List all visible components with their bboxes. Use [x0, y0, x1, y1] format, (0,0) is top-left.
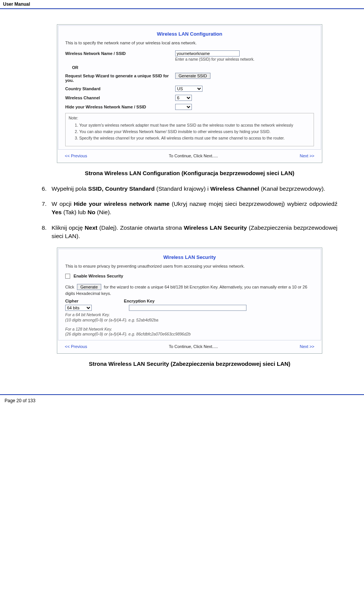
ssid-hint: Enter a name (SSID) for your wireless ne…	[175, 57, 314, 61]
header-title: User Manual	[3, 2, 30, 7]
figure-caption-1: Strona Wireless LAN Configuration (Konfi…	[42, 170, 337, 176]
previous-link[interactable]: << Previous	[65, 344, 87, 349]
step-number: 8.	[42, 224, 52, 241]
note-item: You can also make your Wireless Network …	[79, 129, 311, 134]
continue-text: To Continue, Click Next.....	[169, 344, 218, 349]
click-text-b: for the wizard to create a unique 64 bit…	[65, 285, 307, 296]
instructions: 6. Wypełnij pola SSID, Country Standard …	[42, 185, 337, 241]
channel-label: Wireless Channel	[65, 95, 175, 100]
generate-key-button[interactable]: Generate	[77, 284, 101, 290]
step-text: Kliknij opcję Next (Dalej). Zostanie otw…	[52, 224, 337, 241]
hide-ssid-select[interactable]	[175, 104, 192, 110]
country-label: Country Standard	[65, 86, 175, 91]
step-text: W opcji Hide your wireless network name …	[52, 200, 337, 217]
panel2-heading: Wireless LAN Security	[65, 254, 314, 260]
encryption-key-label: Encryption Key	[124, 299, 155, 303]
encryption-key-input[interactable]	[129, 305, 246, 311]
step-number: 6.	[42, 185, 52, 193]
next-link[interactable]: Next >>	[300, 344, 314, 349]
generate-ssid-button[interactable]: Generate SSID	[175, 73, 210, 79]
panel2-description: This is to ensure privacy by preventing …	[65, 264, 314, 268]
next-link[interactable]: Next >>	[300, 154, 314, 158]
request-wizard-label: Request Setup Wizard to generate a uniqu…	[65, 73, 175, 83]
panel1-heading: Wireless LAN Configuration	[65, 31, 314, 37]
note-item: Your system's wireless network adapter m…	[79, 122, 311, 128]
hint-64bit: For a 64 bit Network Key. (10 digits amo…	[65, 312, 314, 323]
page-header: User Manual	[0, 0, 364, 9]
wlan-config-panel: Wireless LAN Configuration This is to sp…	[57, 24, 322, 163]
step-number: 7.	[42, 200, 52, 217]
enable-security-label: Enable Wireless Security	[74, 274, 123, 278]
channel-select[interactable]: 6	[175, 95, 192, 101]
panel1-description: This is to specify the network name of y…	[65, 41, 314, 45]
step-text: Wypełnij pola SSID, Country Standard (St…	[52, 185, 337, 193]
page-number: Page 20 of 133	[5, 398, 35, 403]
previous-link[interactable]: << Previous	[65, 154, 87, 158]
hint-128bit: For a 128 bit Network Key. (26 digits am…	[65, 327, 314, 337]
figure-caption-2: Strona Wireless LAN Security (Zabezpiecz…	[42, 361, 337, 367]
note-item: Specify the wireless channel for your ne…	[79, 135, 311, 141]
country-select[interactable]: US	[175, 86, 202, 92]
ssid-label: Wireless Network Name / SSID	[65, 50, 175, 56]
cipher-select[interactable]: 64 bits	[65, 305, 92, 311]
enable-security-checkbox[interactable]	[65, 274, 70, 279]
continue-text: To Continue, Click Next.....	[169, 154, 218, 158]
ssid-input[interactable]	[175, 50, 240, 56]
note-box: Note: Your system's wireless network ada…	[65, 113, 314, 146]
hide-ssid-label: Hide your Wireless Network Name / SSID	[65, 104, 175, 109]
note-title: Note:	[69, 116, 78, 120]
page-footer: Page 20 of 133	[0, 394, 364, 406]
wlan-security-panel: Wireless LAN Security This is to ensure …	[57, 248, 322, 354]
click-text-a: Click	[65, 285, 74, 289]
cipher-label: Cipher	[65, 299, 78, 303]
or-label: OR	[65, 64, 175, 70]
